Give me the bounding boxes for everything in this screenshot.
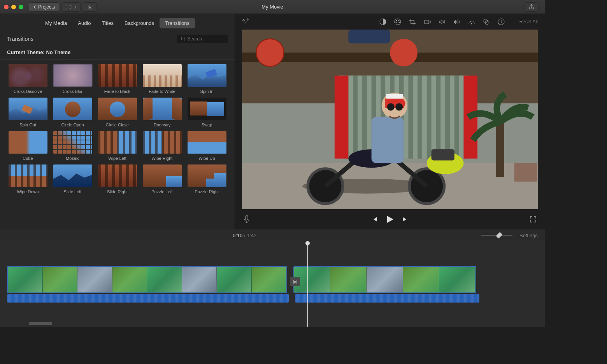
zoom-knob[interactable] xyxy=(496,232,503,239)
transition-item[interactable]: Slide Left xyxy=(52,164,93,194)
timecode: 0:10 / 1:42 xyxy=(233,233,256,238)
transition-item[interactable]: Cross Blur xyxy=(52,64,93,94)
stabilization-button[interactable] xyxy=(424,18,431,25)
transition-thumbnail xyxy=(53,164,92,187)
film-icon xyxy=(66,5,72,9)
transition-item[interactable]: Cross Dissolve xyxy=(7,64,49,94)
projects-back-button[interactable]: Projects xyxy=(29,2,59,12)
transition-item[interactable]: Wipe Left xyxy=(96,131,138,161)
close-window-button[interactable] xyxy=(4,5,9,9)
svg-point-14 xyxy=(484,19,488,23)
fullscreen-button[interactable] xyxy=(530,216,536,222)
svg-point-40 xyxy=(387,103,395,111)
zoom-slider[interactable] xyxy=(481,233,512,238)
svg-rect-12 xyxy=(425,20,429,24)
transition-label: Cube xyxy=(23,156,33,161)
color-balance-button[interactable] xyxy=(379,18,386,25)
color-correction-button[interactable] xyxy=(394,18,401,25)
media-library-button[interactable]: ♪ xyxy=(61,2,81,12)
transition-item[interactable]: Fade to Black xyxy=(96,64,138,94)
projects-back-label: Projects xyxy=(38,4,55,10)
transition-item[interactable]: Slide Right xyxy=(96,164,138,194)
playhead[interactable] xyxy=(307,241,308,327)
preview-viewer[interactable] xyxy=(242,30,538,209)
transition-label: Slide Left xyxy=(64,189,82,194)
tab-transitions[interactable]: Transitions xyxy=(160,18,195,28)
transition-item[interactable]: Wipe Right xyxy=(141,131,183,161)
search-input[interactable] xyxy=(187,36,224,42)
current-time: 0:10 xyxy=(233,233,242,238)
volume-button[interactable] xyxy=(439,18,446,25)
microphone-icon xyxy=(244,215,250,224)
transition-thumbnail xyxy=(98,64,137,87)
transition-item[interactable]: Wipe Up xyxy=(186,131,228,161)
svg-point-11 xyxy=(395,22,396,23)
voiceover-button[interactable] xyxy=(244,215,250,224)
noise-reduction-button[interactable] xyxy=(453,18,460,25)
transition-item[interactable]: Swap xyxy=(186,98,228,127)
crop-icon xyxy=(409,18,416,25)
search-box[interactable] xyxy=(177,35,228,43)
transition-thumbnail xyxy=(143,164,182,187)
transition-item[interactable]: Fade to White xyxy=(141,64,183,94)
svg-point-8 xyxy=(396,20,397,21)
transition-item[interactable]: Mosaic xyxy=(52,131,93,161)
play-icon xyxy=(385,215,395,224)
transition-thumbnail xyxy=(98,164,137,187)
speaker-icon xyxy=(439,18,446,25)
transition-item[interactable]: Spin In xyxy=(186,64,228,94)
share-button[interactable] xyxy=(525,2,539,12)
transition-thumbnail xyxy=(188,131,226,154)
panel-title: Transitions xyxy=(7,36,33,42)
transition-item[interactable]: Wipe Down xyxy=(7,164,49,194)
audio-clip-2[interactable] xyxy=(295,294,479,303)
transition-item[interactable]: Puzzle Right xyxy=(186,164,228,194)
tab-audio[interactable]: Audio xyxy=(72,18,96,28)
svg-point-9 xyxy=(398,20,399,21)
music-note-icon: ♪ xyxy=(74,4,76,10)
transition-label: Doorway xyxy=(154,122,170,127)
tab-my-media[interactable]: My Media xyxy=(40,18,72,28)
svg-rect-43 xyxy=(514,163,537,182)
timeline[interactable]: ⋈ xyxy=(0,241,545,327)
reset-all-button[interactable]: Reset All xyxy=(519,19,538,24)
svg-point-5 xyxy=(181,37,184,40)
audio-clip-1[interactable] xyxy=(7,294,289,303)
magic-wand-icon xyxy=(242,18,250,26)
tab-backgrounds[interactable]: Backgrounds xyxy=(119,18,160,28)
tab-titles[interactable]: Titles xyxy=(96,18,119,28)
transition-thumbnail xyxy=(9,131,47,154)
previous-button[interactable] xyxy=(371,216,378,223)
viewer-panel: Reset All xyxy=(235,14,545,229)
next-button[interactable] xyxy=(402,216,409,223)
transition-item[interactable]: Circle Open xyxy=(52,98,93,127)
transition-item[interactable]: Circle Close xyxy=(96,98,138,127)
timeline-scrollbar[interactable] xyxy=(29,322,52,325)
transition-label: Wipe Up xyxy=(198,156,215,161)
filter-button[interactable] xyxy=(483,18,490,25)
transition-item[interactable]: Spin Out xyxy=(7,98,49,127)
info-button[interactable] xyxy=(498,18,505,25)
video-clip-2[interactable] xyxy=(293,266,476,293)
import-button[interactable] xyxy=(83,2,97,12)
timeline-settings-button[interactable]: Settings xyxy=(519,233,538,238)
video-clip-1[interactable] xyxy=(7,266,287,293)
maximize-window-button[interactable] xyxy=(19,5,23,9)
svg-rect-42 xyxy=(496,122,504,177)
transition-label: Mosaic xyxy=(66,156,79,161)
transition-thumbnail xyxy=(188,164,226,187)
transition-label: Slide Right xyxy=(107,189,128,194)
crop-button[interactable] xyxy=(409,18,416,25)
transition-thumbnail xyxy=(9,98,47,120)
minimize-window-button[interactable] xyxy=(11,5,16,9)
transition-marker[interactable]: ⋈ xyxy=(290,277,300,286)
enhance-button[interactable] xyxy=(242,18,250,26)
browser-panel: My Media Audio Titles Backgrounds Transi… xyxy=(0,14,235,229)
transition-item[interactable]: Doorway xyxy=(141,98,183,127)
transition-item[interactable]: Cube xyxy=(7,131,49,161)
transition-thumbnail xyxy=(53,98,92,120)
speed-button[interactable] xyxy=(468,18,475,25)
transition-item[interactable]: Puzzle Left xyxy=(141,164,183,194)
play-button[interactable] xyxy=(385,215,395,224)
equalizer-icon xyxy=(453,18,460,25)
